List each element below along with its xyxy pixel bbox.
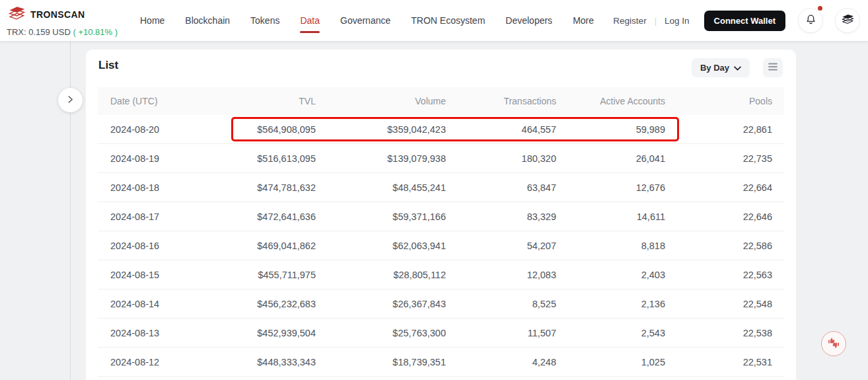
table-menu-button[interactable] <box>763 58 783 77</box>
table-row: 2024-08-16 $469,041,862 $62,063,941 54,2… <box>98 231 784 260</box>
data-list-card: List By Day Date (UTC)TVLVolumeTransacti… <box>86 50 796 380</box>
cell-pools: 22,735 <box>665 153 784 164</box>
cell-date: 2024-08-13 <box>98 328 197 338</box>
table-row: 2024-08-19 $516,613,095 $139,079,938 180… <box>98 144 784 173</box>
trx-price-line: TRX: 0.159 USD ( +10.81% ) <box>7 27 118 37</box>
cell-date: 2024-08-12 <box>98 357 197 367</box>
cell-volume: $48,455,241 <box>316 182 446 193</box>
table-header-row: Date (UTC)TVLVolumeTransactionsActive Ac… <box>98 87 784 115</box>
cell-date: 2024-08-16 <box>98 241 197 251</box>
nav-item[interactable]: Tokens <box>250 0 279 41</box>
nav-item-label: TRON Ecosystem <box>411 15 485 26</box>
cell-volume: $28,805,112 <box>316 270 446 280</box>
nav-item-label: Developers <box>505 15 552 26</box>
nav-item-label: Blockchain <box>185 15 230 26</box>
column-header: TVL <box>197 96 316 106</box>
cell-tvl: $456,232,683 <box>197 299 316 309</box>
bell-icon <box>805 13 817 28</box>
cell-pools: 22,538 <box>665 328 784 338</box>
cell-volume: $18,739,351 <box>316 357 446 367</box>
trx-price: TRX: 0.159 USD <box>7 27 71 37</box>
table-row: 2024-08-14 $456,232,683 $26,367,843 8,52… <box>98 289 784 319</box>
cell-active-accounts: 2,543 <box>556 328 665 338</box>
top-header: TRONSCAN TRX: 0.159 USD ( +10.81% ) Home… <box>0 0 868 41</box>
tronscan-logo[interactable]: TRONSCAN TRX: 0.159 USD ( +10.81% ) <box>7 4 118 37</box>
cell-transactions: 180,320 <box>446 153 556 164</box>
main-nav: Home Blockchain Tokens Data Governance T… <box>140 0 594 41</box>
table-row: 2024-08-20 $564,908,095 $359,042,423 464… <box>98 115 784 144</box>
header-right: Register | Log In Connect Wallet <box>613 0 860 41</box>
thumbs-feedback-icon <box>827 336 840 352</box>
nav-item-label: Home <box>140 15 164 26</box>
table-controls: By Day <box>692 58 783 77</box>
connect-wallet-button[interactable]: Connect Wallet <box>704 11 785 31</box>
column-header: Volume <box>316 96 446 106</box>
cell-transactions: 63,847 <box>446 182 556 193</box>
cell-active-accounts: 8,818 <box>556 241 665 251</box>
column-header: Active Accounts <box>556 96 665 106</box>
cell-tvl: $452,939,504 <box>197 328 316 338</box>
cell-transactions: 11,507 <box>446 328 556 338</box>
nav-item-label: Governance <box>340 15 390 26</box>
nav-item[interactable]: Governance <box>340 0 390 41</box>
cell-volume: $25,763,300 <box>316 328 446 338</box>
auth-separator: | <box>655 16 657 26</box>
cell-tvl: $516,613,095 <box>197 153 316 164</box>
column-header: Date (UTC) <box>98 96 197 106</box>
login-link[interactable]: Log In <box>665 16 690 26</box>
table-row: 2024-08-13 $452,939,504 $25,763,300 11,5… <box>98 319 784 348</box>
chevron-right-icon <box>66 95 75 106</box>
page-title: List <box>98 59 118 72</box>
cell-date: 2024-08-19 <box>98 153 197 164</box>
cell-pools: 22,646 <box>665 211 784 222</box>
trx-change: ( +10.81% ) <box>73 27 118 37</box>
cell-active-accounts: 2,403 <box>556 270 665 280</box>
column-header: Pools <box>665 96 784 106</box>
cell-active-accounts: 26,041 <box>556 153 665 164</box>
stacked-books-icon <box>840 13 855 28</box>
resources-button[interactable] <box>835 8 860 33</box>
nav-item[interactable]: Data <box>300 0 320 41</box>
nav-item[interactable]: Blockchain <box>185 0 230 41</box>
nav-item[interactable]: Developers <box>505 0 552 41</box>
cell-active-accounts: 2,136 <box>556 299 665 309</box>
tronscan-logo-icon <box>7 4 26 25</box>
nav-item[interactable]: More <box>573 0 594 41</box>
cell-tvl: $455,711,975 <box>197 270 316 280</box>
cell-date: 2024-08-14 <box>98 299 197 309</box>
cell-volume: $59,371,166 <box>316 211 446 222</box>
nav-item[interactable]: TRON Ecosystem <box>411 0 485 41</box>
cell-transactions: 8,525 <box>446 299 556 309</box>
cell-date: 2024-08-17 <box>98 211 197 222</box>
cell-pools: 22,861 <box>665 124 784 135</box>
table-row: 2024-08-12 $448,333,343 $18,739,351 4,24… <box>98 348 784 377</box>
sidebar-expand-button[interactable] <box>58 88 83 112</box>
cell-date: 2024-08-15 <box>98 270 197 280</box>
cell-pools: 22,548 <box>665 299 784 309</box>
cell-tvl: $448,333,343 <box>197 357 316 367</box>
cell-active-accounts: 1,025 <box>556 357 665 367</box>
cell-volume: $26,367,843 <box>316 299 446 309</box>
notifications-button[interactable] <box>798 8 823 33</box>
cell-volume: $62,063,941 <box>316 241 446 251</box>
cell-pools: 22,531 <box>665 357 784 367</box>
interval-dropdown[interactable]: By Day <box>692 58 750 77</box>
brand-name: TRONSCAN <box>30 9 85 20</box>
cell-active-accounts: 14,611 <box>556 211 665 222</box>
nav-item[interactable]: Home <box>140 0 164 41</box>
nav-item-label: Data <box>300 15 320 26</box>
cell-transactions: 4,248 <box>446 357 556 367</box>
cell-active-accounts: 59,989 <box>556 124 665 135</box>
feedback-button[interactable] <box>821 331 846 356</box>
cell-volume: $359,042,423 <box>316 124 446 135</box>
chevron-down-icon <box>734 63 741 73</box>
cell-transactions: 12,083 <box>446 270 556 280</box>
nav-item-label: Tokens <box>250 15 279 26</box>
interval-dropdown-label: By Day <box>700 63 729 73</box>
nav-item-label: More <box>573 15 594 26</box>
hamburger-menu-icon <box>768 63 778 73</box>
cell-pools: 22,586 <box>665 241 784 251</box>
register-link[interactable]: Register <box>613 16 646 26</box>
notification-dot <box>818 6 822 11</box>
cell-active-accounts: 12,676 <box>556 182 665 193</box>
